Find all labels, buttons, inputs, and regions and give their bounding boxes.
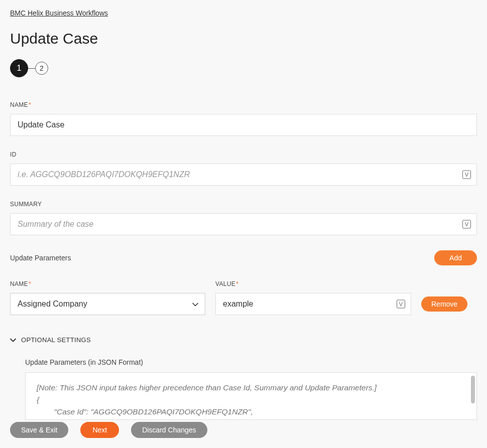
- summary-field-group: SUMMARY V: [10, 201, 477, 235]
- required-mark: *: [236, 280, 238, 287]
- required-mark: *: [29, 101, 31, 108]
- optional-settings: OPTIONAL SETTINGS Update Parameters (in …: [10, 335, 477, 420]
- stepper: 1 2: [10, 59, 477, 77]
- name-input[interactable]: [10, 114, 477, 136]
- update-params-title: Update Parameters: [10, 254, 71, 262]
- remove-button[interactable]: Remove: [421, 296, 467, 312]
- save-exit-button[interactable]: Save & Exit: [10, 422, 68, 438]
- step-line: [28, 68, 35, 69]
- next-button[interactable]: Next: [80, 422, 119, 438]
- id-label: ID: [10, 151, 477, 158]
- breadcrumb-link[interactable]: BMC Helix Business Workflows: [10, 9, 108, 17]
- optional-settings-title: OPTIONAL SETTINGS: [21, 336, 91, 344]
- param-row: NAME* VALUE* V Remove: [10, 280, 477, 315]
- variable-picker-icon[interactable]: V: [462, 171, 471, 179]
- add-button[interactable]: Add: [434, 250, 477, 265]
- summary-label: SUMMARY: [10, 201, 477, 208]
- json-label: Update Parameters (in JSON Format): [25, 358, 477, 366]
- id-input[interactable]: [10, 164, 477, 186]
- param-name-col: NAME*: [10, 280, 205, 315]
- param-value-label: VALUE*: [215, 280, 411, 287]
- chevron-down-icon: [10, 335, 16, 344]
- variable-picker-icon[interactable]: V: [462, 220, 471, 229]
- page-title: Update Case: [10, 30, 477, 47]
- step-1[interactable]: 1: [10, 59, 28, 77]
- param-value-label-text: VALUE: [215, 280, 235, 287]
- name-label-text: NAME: [10, 101, 28, 108]
- optional-settings-toggle[interactable]: OPTIONAL SETTINGS: [10, 335, 477, 344]
- id-field-group: ID V: [10, 151, 477, 186]
- footer: Save & Exit Next Discard Changes: [10, 422, 207, 438]
- discard-button[interactable]: Discard Changes: [131, 422, 207, 438]
- step-2[interactable]: 2: [35, 62, 48, 75]
- name-field-group: NAME*: [10, 101, 477, 136]
- required-mark: *: [29, 280, 31, 287]
- name-label: NAME*: [10, 101, 477, 108]
- scrollbar[interactable]: [471, 376, 475, 403]
- param-name-select[interactable]: [10, 293, 205, 315]
- param-name-label-text: NAME: [10, 280, 28, 287]
- summary-input[interactable]: [10, 213, 477, 235]
- json-textarea[interactable]: [26, 373, 476, 419]
- param-value-col: VALUE* V: [215, 280, 411, 315]
- update-params-header: Update Parameters Add: [10, 250, 477, 265]
- variable-picker-icon[interactable]: V: [397, 300, 405, 309]
- param-value-input[interactable]: [215, 293, 411, 315]
- json-section: Update Parameters (in JSON Format): [10, 358, 477, 420]
- param-name-label: NAME*: [10, 280, 205, 287]
